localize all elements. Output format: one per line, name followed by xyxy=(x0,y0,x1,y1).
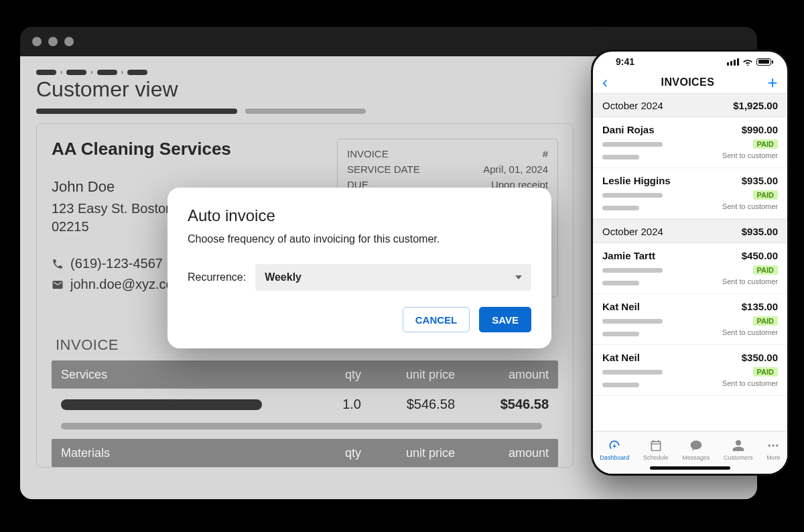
phone-nav-title: INVOICES xyxy=(661,76,715,88)
tab-more[interactable]: More xyxy=(766,439,781,461)
col-amount: amount xyxy=(455,368,549,382)
dots-icon xyxy=(766,439,780,452)
home-indicator xyxy=(650,466,730,470)
status-bar: 9:41 xyxy=(593,52,787,72)
tab-dashboard[interactable]: Dashboard xyxy=(600,439,629,461)
col-services: Services xyxy=(61,368,314,382)
auto-invoice-modal: Auto invoice Choose frequency of auto in… xyxy=(168,188,551,348)
col-qty: qty xyxy=(314,368,361,382)
status-time: 9:41 xyxy=(616,56,634,67)
modal-title: Auto invoice xyxy=(188,206,531,225)
traffic-light-close-icon[interactable] xyxy=(32,37,42,46)
cancel-button[interactable]: CANCEL xyxy=(403,307,470,332)
invoice-month-header: October 2024$1,925.00 xyxy=(593,93,787,117)
invoice-list-item[interactable]: Leslie Higgins$935.00 PAID Sent to custo… xyxy=(593,168,787,219)
modal-subtitle: Choose frequency of auto invoicing for t… xyxy=(188,233,531,245)
phone-frame: 9:41 ‹ INVOICES + October 2024$1,925.00 … xyxy=(591,50,789,476)
recurrence-select[interactable]: Weekly xyxy=(255,264,531,291)
invoice-list-item[interactable]: Dani Rojas$990.00 PAID Sent to customer xyxy=(593,117,787,168)
traffic-light-max-icon[interactable] xyxy=(64,37,74,46)
svg-point-1 xyxy=(773,444,775,446)
recurrence-label: Recurrence: xyxy=(188,271,246,283)
tab-messages[interactable]: Messages xyxy=(682,439,710,461)
chat-icon xyxy=(689,439,703,452)
tab-customers[interactable]: Customers xyxy=(724,439,753,461)
chevron-down-icon xyxy=(515,275,522,279)
col-unit-price: unit price xyxy=(361,368,455,382)
save-button[interactable]: SAVE xyxy=(479,307,531,332)
wifi-icon xyxy=(742,58,753,66)
tab-schedule[interactable]: Schedule xyxy=(643,439,669,461)
phone-nav-bar: ‹ INVOICES + xyxy=(593,72,787,93)
battery-icon xyxy=(756,58,771,66)
company-name: AA Cleaning Services xyxy=(52,139,321,159)
svg-point-2 xyxy=(777,444,779,446)
signal-icon xyxy=(727,58,739,66)
mail-icon xyxy=(52,279,64,291)
services-table: Services qty unit price amount 1.0 $546.… xyxy=(52,360,558,467)
phone-icon xyxy=(52,258,64,270)
user-icon xyxy=(732,439,745,452)
col-materials: Materials xyxy=(61,446,314,460)
invoice-month-header: October 2024$935.00 xyxy=(593,219,787,243)
gauge-icon xyxy=(608,439,621,452)
svg-point-0 xyxy=(768,444,770,446)
invoice-list-item[interactable]: Kat Neil$135.00 PAID Sent to customer xyxy=(593,294,787,345)
traffic-light-min-icon[interactable] xyxy=(48,37,58,46)
invoice-list-item[interactable]: Jamie Tartt$450.00 PAID Sent to customer xyxy=(593,243,787,294)
calendar-icon xyxy=(649,439,663,452)
table-row: 1.0 $546.58 $546.58 xyxy=(52,389,558,420)
invoice-list-item[interactable]: Kat Neil$350.00 PAID Sent to customer xyxy=(593,345,787,396)
